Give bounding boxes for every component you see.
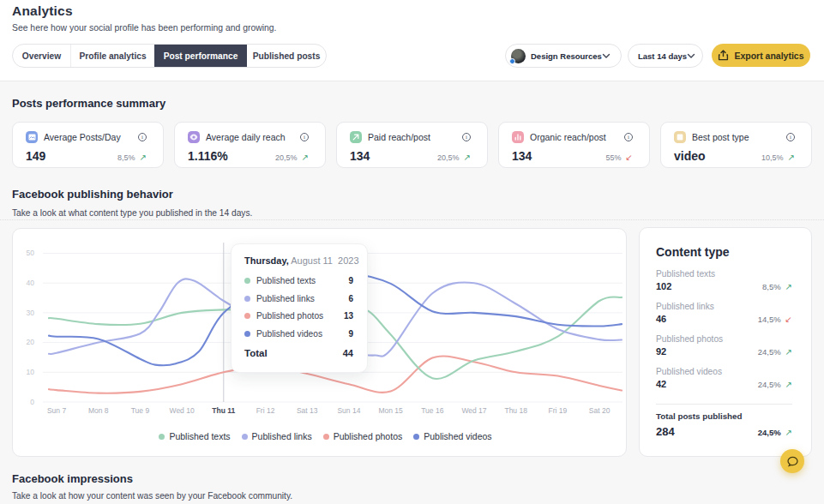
svg-text:Sun 7: Sun 7 [47,406,66,415]
svg-text:Wed 17: Wed 17 [461,406,486,415]
svg-text:Mon 15: Mon 15 [378,406,403,415]
svg-text:Tue 9: Tue 9 [131,406,150,415]
svg-text:Fri 12: Fri 12 [256,406,275,415]
svg-text:Sat 13: Sat 13 [297,406,318,415]
svg-text:20: 20 [27,338,35,346]
svg-text:Sun 14: Sun 14 [337,406,360,415]
svg-text:50: 50 [27,249,35,257]
svg-text:40: 40 [27,279,35,287]
svg-text:Thu 11: Thu 11 [212,406,235,415]
svg-text:Mon 8: Mon 8 [88,406,109,415]
svg-text:10: 10 [27,368,35,376]
svg-text:0: 0 [30,398,34,406]
svg-text:30: 30 [27,309,35,317]
svg-text:Wed 10: Wed 10 [170,406,195,415]
svg-text:Tue 16: Tue 16 [421,406,443,415]
svg-text:Sat 20: Sat 20 [589,406,610,415]
svg-text:Thu 18: Thu 18 [504,406,527,415]
svg-text:Fri 19: Fri 19 [549,406,568,415]
